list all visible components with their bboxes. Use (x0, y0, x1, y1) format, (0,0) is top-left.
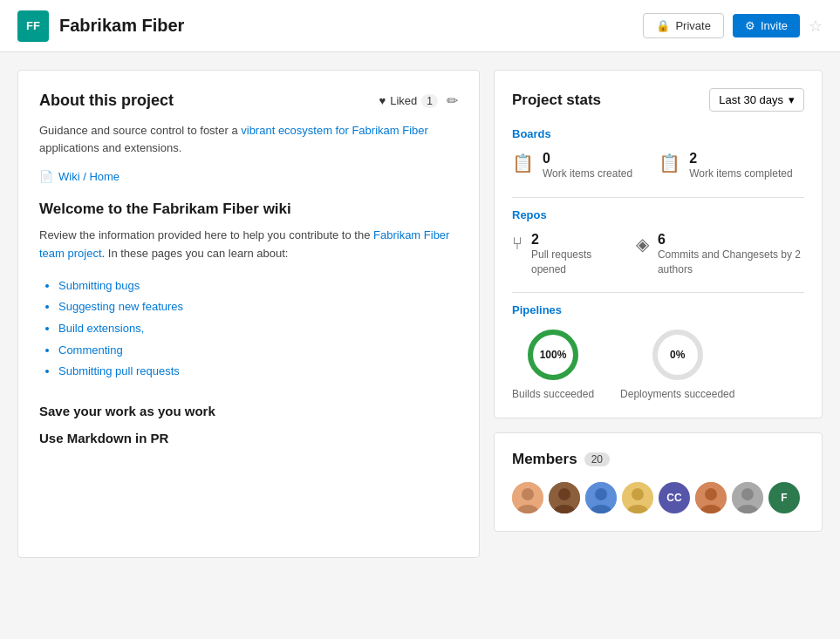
about-actions: ♥ Liked 1 ✏ (379, 92, 458, 109)
stats-header: Project stats Last 30 days ▾ (512, 88, 804, 112)
pull-requests-label: Pull requests opened (531, 248, 610, 277)
chevron-down-icon: ▾ (789, 93, 795, 106)
list-item: Commenting (58, 340, 458, 362)
list-item: Build extensions, (58, 318, 458, 340)
boards-stats-row: 📋 0 Work items created 📋 2 Work items co… (512, 151, 804, 181)
members-card: Members 20 CC (494, 432, 823, 532)
submitting-pr-link[interactable]: Submitting pull requests (58, 364, 180, 377)
wiki-link-text: Wiki / Home (58, 170, 120, 183)
star-button[interactable]: ☆ (809, 17, 823, 36)
avatar[interactable]: F (768, 482, 800, 513)
build-extensions-link[interactable]: Build extensions, (58, 322, 144, 335)
about-title: About this project (39, 92, 174, 110)
commenting-link[interactable]: Commenting (58, 343, 123, 357)
avatar[interactable] (585, 482, 617, 513)
builds-percent: 100% (540, 349, 567, 361)
pipelines-label: Pipelines (512, 303, 804, 316)
project-description: Guidance and source control to foster a … (39, 122, 458, 156)
members-count: 20 (584, 452, 610, 466)
use-markdown-text: Use Markdown in PR (39, 431, 458, 445)
wiki-list: Submitting bugs Suggesting new features … (39, 275, 458, 383)
invite-button[interactable]: ⚙ Invite (733, 14, 800, 37)
wiki-icon: 📄 (39, 170, 53, 183)
liked-label: Liked (390, 94, 417, 107)
work-items-completed-label: Work items completed (689, 167, 792, 181)
svg-point-20 (741, 488, 754, 500)
days-label: Last 30 days (719, 93, 783, 106)
repos-label: Repos (512, 208, 804, 221)
liked-button[interactable]: ♥ Liked 1 (379, 94, 438, 108)
header-logo: FF Fabrikam Fiber (17, 10, 184, 42)
about-card: About this project ♥ Liked 1 ✏ Guidance … (17, 70, 480, 558)
fabrikam-team-link[interactable]: Fabrikam Fiber team project (39, 228, 449, 260)
vibrant-link[interactable]: vibrant ecosystem for (241, 124, 352, 137)
header-title: Fabrikam Fiber (59, 16, 184, 36)
deployments-pipeline: 0% Deployments succeeded (620, 327, 734, 400)
invite-icon: ⚙ (745, 19, 755, 32)
work-items-completed: 📋 2 Work items completed (659, 151, 792, 181)
builds-pipeline: 100% Builds succeeded (512, 327, 594, 400)
fabrikam-link[interactable]: Fabrikam Fiber (352, 124, 427, 137)
work-items-created-num: 0 (543, 151, 632, 167)
avatar[interactable] (732, 482, 763, 513)
branch-icon: ⑂ (512, 234, 522, 254)
builds-label: Builds succeeded (512, 388, 594, 400)
logo-box: FF (17, 10, 49, 42)
pipeline-row: 100% Builds succeeded 0% Deployments suc… (512, 327, 804, 400)
members-title: Members (512, 451, 577, 468)
avatar[interactable] (512, 482, 543, 513)
liked-count: 1 (421, 94, 438, 108)
avatar[interactable] (695, 482, 727, 513)
edit-button[interactable]: ✏ (447, 92, 458, 109)
list-item: Submitting pull requests (58, 361, 458, 383)
about-header: About this project ♥ Liked 1 ✏ (39, 92, 458, 110)
svg-point-5 (522, 488, 534, 500)
svg-point-14 (632, 488, 644, 500)
days-dropdown[interactable]: Last 30 days ▾ (709, 88, 804, 112)
header: FF Fabrikam Fiber 🔒 Private ⚙ Invite ☆ (0, 0, 840, 52)
svg-point-8 (558, 488, 570, 500)
work-items-completed-num: 2 (689, 151, 792, 167)
svg-point-11 (595, 488, 607, 500)
stats-card: Project stats Last 30 days ▾ Boards 📋 0 … (494, 70, 823, 418)
repos-stats-row: ⑂ 2 Pull requests opened ◈ 6 Commits and… (512, 232, 804, 277)
suggesting-features-link[interactable]: Suggesting new features (58, 300, 183, 313)
header-actions: 🔒 Private ⚙ Invite ☆ (643, 13, 823, 38)
wiki-welcome-title: Welcome to the Fabrikam Fiber wiki (39, 201, 458, 218)
wiki-link[interactable]: 📄 Wiki / Home (39, 170, 458, 183)
lock-icon: 🔒 (656, 19, 670, 32)
divider-2 (512, 292, 804, 293)
clipboard-icon: 📋 (512, 153, 534, 173)
divider-1 (512, 197, 804, 198)
list-item: Suggesting new features (58, 296, 458, 318)
svg-point-17 (705, 488, 717, 500)
heart-icon: ♥ (379, 94, 386, 107)
avatar[interactable] (622, 482, 653, 513)
stats-title: Project stats (512, 92, 601, 109)
commits-stat: ◈ 6 Commits and Changesets by 2 authors (636, 232, 804, 277)
submitting-bugs-link[interactable]: Submitting bugs (58, 279, 140, 292)
avatar[interactable]: CC (659, 482, 690, 513)
clipboard-check-icon: 📋 (659, 153, 680, 173)
pull-requests-stat: ⑂ 2 Pull requests opened (512, 232, 610, 277)
work-items-created-label: Work items created (543, 167, 632, 181)
work-items-created: 📋 0 Work items created (512, 151, 632, 181)
avatar[interactable] (549, 482, 580, 513)
commit-icon: ◈ (636, 234, 649, 255)
private-label: Private (675, 19, 710, 32)
private-button[interactable]: 🔒 Private (643, 13, 723, 38)
deployments-percent: 0% (670, 349, 685, 361)
commits-label: Commits and Changesets by 2 authors (658, 248, 804, 277)
deployments-circle: 0% (650, 327, 706, 383)
main-content: About this project ♥ Liked 1 ✏ Guidance … (0, 52, 840, 575)
invite-label: Invite (761, 19, 788, 32)
deployments-label: Deployments succeeded (620, 388, 734, 400)
wiki-intro: Review the information provided here to … (39, 227, 458, 263)
list-item: Submitting bugs (58, 275, 458, 297)
builds-circle: 100% (525, 327, 581, 383)
description-text: Guidance and source control to foster a (39, 124, 241, 137)
pull-requests-num: 2 (531, 232, 610, 248)
members-header: Members 20 (512, 451, 804, 468)
right-column: Project stats Last 30 days ▾ Boards 📋 0 … (494, 70, 823, 558)
save-work-text: Save your work as you work (39, 404, 458, 418)
